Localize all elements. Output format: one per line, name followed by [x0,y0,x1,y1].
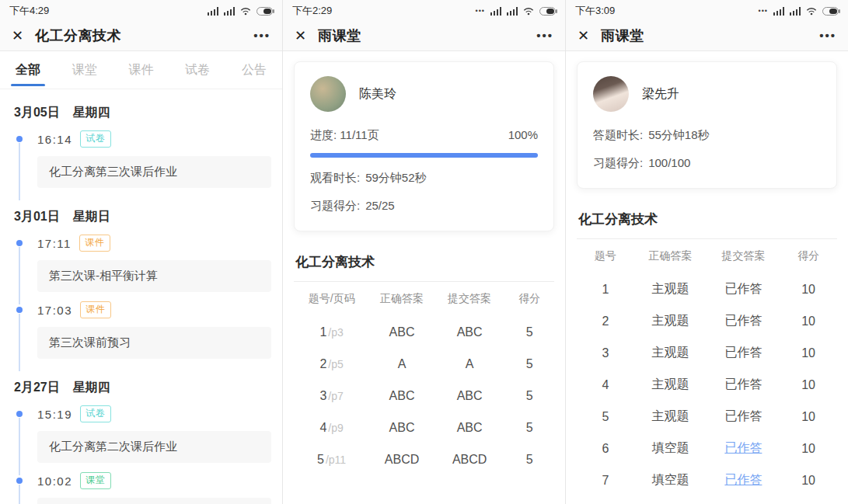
weekday-label: 星期日 [73,210,110,223]
score-cell: 10 [780,378,837,392]
time-row: 10:02 课堂 [37,472,271,489]
score-cell: 5 [504,453,554,467]
timeline-item-card[interactable]: 第三次课-相平衡计算 [37,260,271,292]
question-cell: 5/p11 [294,453,369,467]
student-name: 陈美玲 [359,86,396,103]
time-row: 15:19 试卷 [37,405,271,422]
close-icon[interactable]: ✕ [578,29,589,43]
time-row: 16:14 试卷 [37,130,271,148]
table-row: 5/p11 ABCD ABCD 5 [294,443,554,475]
stat-value: 100/100 [648,156,690,169]
battery-icon [539,7,556,16]
nav-bar: ✕ 化工分离技术 ••• [0,20,282,50]
notification-dots-icon: ••• [476,7,485,15]
score-cell: 5 [504,389,554,403]
table-row: 6 填空题 已作答 10 [577,433,837,464]
status-time: 下午2:29 [292,4,332,18]
date-header: 2月27日星期四 [14,380,271,396]
date-label: 3月05日 [14,106,60,119]
timeline-item-card[interactable]: 化工分离第二次课后作业 [37,431,271,463]
timeline-item-card[interactable]: 第二次课-简述精馏 [37,498,271,504]
col-header: 得分 [504,292,554,306]
table-row: 1/p3 ABC ABC 5 [294,316,554,348]
stat-value: 55分钟18秒 [648,128,709,141]
time-row: 17:11 课件 [37,235,271,252]
question-type-cell: 主观题 [634,281,707,297]
question-num: 2 [577,315,634,328]
stat-value: 59分钟52秒 [365,171,426,184]
question-page: /p5 [328,358,343,370]
question-page: /p9 [328,422,343,434]
status-icons: ••• [476,7,556,16]
status-icons: ••• [759,7,839,16]
progress-percent: 100% [508,128,538,143]
timeline-item-card[interactable]: 第三次课前预习 [37,327,271,359]
correct-answer-cell: ABC [369,325,434,339]
submitted-answer-cell: ABC [434,421,504,435]
answered-link[interactable]: 已作答 [707,440,780,457]
table-row: 5 主观题 已作答 10 [577,401,837,433]
more-menu-icon[interactable]: ••• [253,29,270,42]
item-time: 10:02 [37,474,72,488]
status-bar: 下午4:29 [0,0,282,20]
question-type-cell: 主观题 [634,313,707,329]
col-header: 提交答案 [434,292,504,306]
student-row: 梁先升 [593,76,821,112]
more-menu-icon[interactable]: ••• [819,29,836,42]
submitted-answer-cell: ABC [434,325,504,339]
panel-video-report: 下午2:29 ••• ✕ 雨课堂 ••• 陈美玲 进度: 11 [282,0,565,504]
student-row: 陈美玲 [310,76,538,112]
score-cell: 5 [504,357,554,371]
submitted-answer-cell: 已作答 [707,408,780,425]
cellular-signal-icon [224,7,235,16]
stat-row: 答题时长:55分钟18秒 [593,128,821,143]
col-header: 题号/页码 [294,292,369,306]
timeline-item: 16:14 试卷 化工分离第三次课后作业 [12,130,271,188]
section-title: 化工分离技术 [578,210,836,228]
timeline-item-card[interactable]: 化工分离第三次课后作业 [37,156,271,188]
page-title: 化工分离技术 [35,26,253,45]
item-time: 17:11 [37,237,72,250]
table-row: 7 填空题 已作答 10 [577,464,837,496]
phone-header: 下午2:29 ••• ✕ 雨课堂 ••• [283,0,565,51]
submitted-answer-cell: 已作答 [707,345,780,361]
table-row: 4/p9 ABC ABC 5 [294,412,554,443]
panel-course-feed: 下午4:29 ✕ 化工分离技术 ••• 全部 课堂 课件 试卷 公告 3月05日… [0,0,282,504]
cellular-signal-icon [507,7,518,16]
score-cell: 10 [780,474,837,488]
timeline-item: 17:11 课件 第三次课-相平衡计算 [12,235,271,292]
table-row: 2 主观题 已作答 10 [577,305,837,337]
answered-link[interactable]: 已作答 [707,472,780,488]
close-icon[interactable]: ✕ [12,29,23,43]
tab-all[interactable]: 全部 [16,51,40,89]
table-row: 3 主观题 已作答 10 [577,337,837,369]
tab-exam[interactable]: 试卷 [185,51,210,89]
status-time: 下午3:09 [575,4,615,18]
tab-courseware[interactable]: 课件 [129,51,154,89]
report-content: 陈美玲 进度: 11/11页 100% 观看时长:59分钟52秒 习题得分:25… [283,61,565,475]
more-menu-icon[interactable]: ••• [536,29,553,42]
score-cell: 10 [780,410,837,424]
question-cell: 1/p3 [294,325,369,339]
status-bar: 下午3:09 ••• [566,0,848,20]
nav-bar: ✕ 雨课堂 ••• [566,20,848,50]
section-title: 化工分离技术 [295,253,553,271]
time-row: 17:03 课件 [37,301,271,318]
page-title: 雨课堂 [601,26,819,45]
table-header: 题号 正确答案 提交答案 得分 [577,239,837,273]
tab-bar: 全部 课堂 课件 试卷 公告 [0,51,282,89]
table-row: 4 主观题 已作答 10 [577,369,837,401]
close-icon[interactable]: ✕ [295,29,306,43]
tab-classroom[interactable]: 课堂 [72,51,97,89]
score-cell: 10 [780,346,837,360]
tab-announcement[interactable]: 公告 [242,51,267,89]
stat-row: 习题得分:25/25 [310,199,538,214]
col-header: 正确答案 [634,249,707,263]
item-type-badge: 试卷 [80,405,111,422]
wifi-icon [806,7,817,16]
progress-bar [310,153,538,158]
question-num: 7 [577,474,634,488]
item-time: 16:14 [37,133,72,146]
score-cell: 10 [780,315,837,328]
question-type-cell: 填空题 [634,440,707,457]
